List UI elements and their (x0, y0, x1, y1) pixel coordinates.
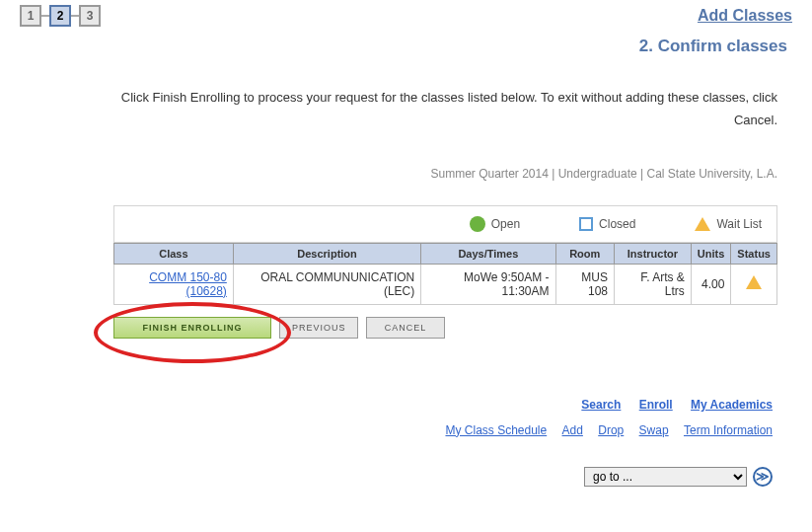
footer-schedule-link[interactable]: My Class Schedule (445, 423, 547, 437)
confirm-subtitle: 2. Confirm classes (20, 37, 787, 56)
cancel-button[interactable]: CANCEL (366, 317, 445, 339)
col-class: Class (114, 243, 234, 264)
goto-select[interactable]: go to ... (584, 467, 747, 487)
col-instructor: Instructor (614, 243, 691, 264)
step-connector (71, 15, 79, 17)
term-info: Summer Quarter 2014 | Undergraduate | Ca… (113, 167, 777, 181)
cell-units: 4.00 (691, 264, 731, 304)
legend-closed-label: Closed (599, 217, 635, 231)
col-description: Description (233, 243, 420, 264)
legend-waitlist: Wait List (695, 217, 762, 231)
legend-box: Open Closed Wait List (113, 205, 777, 243)
cell-daystimes: MoWe 9:50AM - 11:30AM (421, 264, 555, 304)
step-connector (41, 15, 49, 17)
instructions-text: Click Finish Enrolling to process your r… (113, 86, 777, 132)
legend-open-label: Open (491, 217, 520, 231)
footer-add-link[interactable]: Add (562, 423, 583, 437)
legend-open: Open (470, 216, 520, 232)
col-room: Room (555, 243, 614, 264)
legend-waitlist-label: Wait List (716, 217, 762, 231)
goto-button[interactable]: ≫ (753, 467, 773, 487)
step-1: 1 (20, 5, 41, 27)
col-status: Status (731, 243, 777, 264)
table-row: COMM 150-80 (10628) ORAL COMMUNUNICATION… (114, 264, 777, 304)
page-title: Add Classes (698, 7, 792, 25)
footer-myacademics-link[interactable]: My Academics (691, 398, 773, 412)
cell-status (731, 264, 777, 304)
previous-button[interactable]: PREVIOUS (279, 317, 358, 339)
waitlist-icon (695, 217, 710, 231)
closed-icon (579, 217, 593, 231)
button-row: FINISH ENROLLING PREVIOUS CANCEL (113, 317, 777, 339)
waitlist-status-icon (746, 275, 762, 289)
finish-enrolling-button[interactable]: FINISH ENROLLING (113, 317, 271, 339)
footer-links: Search Enroll My Academics My Class Sche… (20, 398, 773, 437)
open-icon (470, 216, 485, 232)
col-daystimes: Days/Times (421, 243, 555, 264)
cell-room: MUS 108 (555, 264, 614, 304)
classes-table: Class Description Days/Times Room Instru… (113, 243, 777, 305)
goto-row: go to ... ≫ (20, 467, 773, 487)
col-units: Units (691, 243, 731, 264)
goto-arrow-icon: ≫ (756, 469, 770, 484)
step-3: 3 (79, 5, 101, 27)
class-link[interactable]: COMM 150-80 (10628) (149, 270, 227, 298)
footer-search-link[interactable]: Search (581, 398, 621, 412)
footer-enroll-link[interactable]: Enroll (639, 398, 673, 412)
legend-closed: Closed (579, 217, 635, 231)
footer-drop-link[interactable]: Drop (598, 423, 624, 437)
footer-terminfo-link[interactable]: Term Information (684, 423, 773, 437)
step-2: 2 (49, 5, 71, 27)
cell-instructor: F. Arts & Ltrs (614, 264, 691, 304)
cell-description: ORAL COMMUNUNICATION (LEC) (233, 264, 420, 304)
step-indicator: 1 2 3 (20, 5, 101, 27)
footer-swap-link[interactable]: Swap (639, 423, 669, 437)
